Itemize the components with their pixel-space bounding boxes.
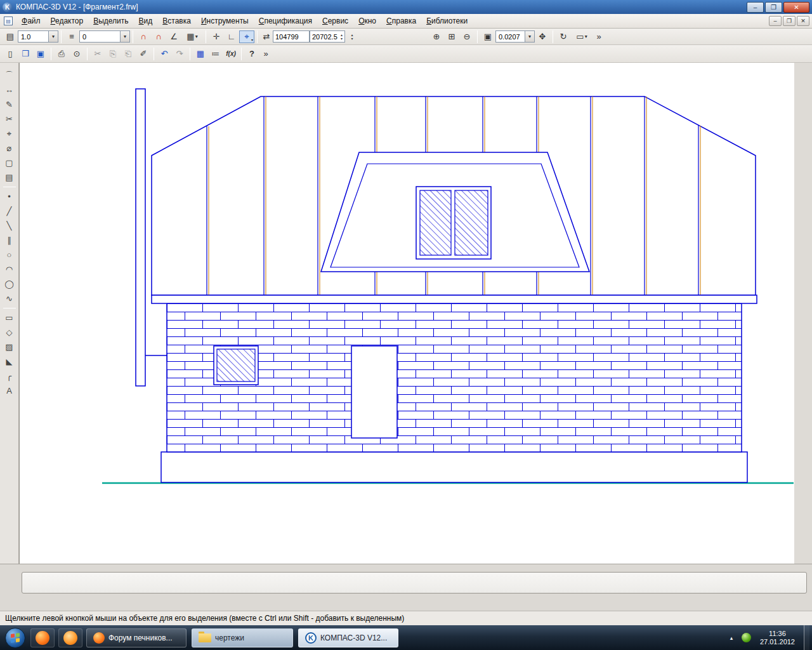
door-opening[interactable]: [351, 346, 397, 438]
tool-text-icon[interactable]: A: [2, 383, 17, 398]
mdi-minimize-button[interactable]: –: [769, 16, 782, 26]
chevron-down-icon[interactable]: ▾: [525, 31, 534, 42]
close-button[interactable]: ✕: [783, 2, 809, 13]
ortho-mode-button[interactable]: ∟: [224, 30, 239, 43]
menu-insert[interactable]: Вставка: [157, 15, 196, 27]
specification-button[interactable]: ▦: [193, 48, 208, 60]
spin-down-icon[interactable]: ▾: [341, 37, 343, 41]
tool-line-icon[interactable]: ╲: [2, 218, 17, 233]
pan-button[interactable]: ✥: [535, 30, 550, 43]
redo-button[interactable]: ↷: [172, 48, 187, 60]
eaves-fascia[interactable]: [152, 295, 757, 303]
chevron-down-icon[interactable]: ▾: [48, 31, 58, 42]
paste-button[interactable]: ⎗: [121, 48, 136, 60]
open-button[interactable]: ❒: [18, 48, 33, 60]
browser-pinned-button[interactable]: [58, 628, 82, 647]
tool-measurement-icon[interactable]: ⌀: [2, 141, 17, 156]
copy-button[interactable]: ⎘: [105, 48, 121, 60]
local-cs-button[interactable]: ✛: [209, 30, 224, 43]
tool-parallel-line-icon[interactable]: ∥: [2, 233, 17, 248]
document-properties-button[interactable]: ▤: [3, 30, 18, 43]
grid-button[interactable]: ▦▾: [181, 30, 203, 43]
taskbar-clock[interactable]: 11:36 27.01.2012: [756, 630, 799, 646]
print-button[interactable]: ⎙: [54, 48, 69, 60]
menu-editor[interactable]: Редактор: [46, 15, 89, 27]
coord-spinner[interactable]: ▴▾: [341, 33, 343, 41]
show-desktop-button[interactable]: [804, 625, 809, 650]
chevron-down-icon[interactable]: ▾: [120, 31, 129, 42]
coords-mode-button[interactable]: ⇄: [260, 30, 273, 43]
menu-view[interactable]: Вид: [134, 15, 158, 27]
tool-rectangle-icon[interactable]: ▭: [2, 310, 17, 325]
foundation[interactable]: [161, 452, 747, 482]
menu-tools[interactable]: Инструменты: [196, 15, 254, 27]
taskbar-item-forum[interactable]: Форум печников...: [86, 628, 187, 647]
copy-style-button[interactable]: ✐: [136, 48, 151, 60]
tool-editing-icon[interactable]: ✂: [2, 112, 17, 126]
tool-arc-icon[interactable]: ◠: [2, 262, 17, 277]
menu-service[interactable]: Сервис: [317, 15, 353, 27]
menu-specification[interactable]: Спецификация: [254, 15, 317, 27]
angle-snap-button[interactable]: ∠: [166, 30, 181, 43]
round-off-snap-button[interactable]: ⌖▾: [239, 30, 254, 43]
fx-button[interactable]: f(x): [223, 48, 239, 60]
snap-button[interactable]: ∩: [136, 30, 151, 43]
new-button[interactable]: ▯: [3, 48, 18, 60]
tool-parametrization-icon[interactable]: ⌖: [2, 126, 17, 141]
tool-polygon-icon[interactable]: ◇: [2, 325, 17, 340]
cut-button[interactable]: ✂: [90, 48, 105, 60]
layers-button[interactable]: ≡: [64, 30, 79, 43]
tool-geometry-icon[interactable]: ⌒: [2, 68, 17, 83]
menu-libraries[interactable]: Библиотеки: [421, 15, 473, 27]
tool-chamfer-icon[interactable]: ◣: [2, 354, 17, 369]
current-layer-combo[interactable]: 0 ▾: [79, 30, 130, 43]
taskbar-item-kompas[interactable]: K КОМПАС-3D V12...: [298, 628, 398, 647]
antivirus-tray-icon[interactable]: [742, 633, 751, 642]
current-scale-combo[interactable]: 1.0 ▾: [18, 30, 58, 43]
dormer-window[interactable]: [416, 187, 491, 259]
tool-spline-icon[interactable]: ∿: [2, 291, 17, 306]
coord-y-field[interactable]: 20702.5 ▴▾: [310, 30, 345, 43]
refresh-view-button[interactable]: ↻: [556, 30, 571, 43]
zoom-page-button[interactable]: ▣: [480, 30, 495, 43]
tray-expand-icon[interactable]: ▴: [726, 635, 737, 641]
tool-dimensions-icon[interactable]: ↔: [2, 83, 17, 97]
tool-specification-icon[interactable]: ▤: [2, 170, 17, 185]
coord-x-field[interactable]: 104799: [273, 30, 310, 43]
start-button[interactable]: [5, 628, 25, 648]
undo-button[interactable]: ↶: [157, 48, 172, 60]
zoom-out-button[interactable]: ⊖: [459, 30, 475, 43]
coords-swap-button[interactable]: ▴▾: [345, 30, 358, 43]
menu-window[interactable]: Окно: [353, 15, 381, 27]
toolbar-overflow-button[interactable]: »: [593, 30, 605, 43]
taskbar-item-drawings-folder[interactable]: чертежи: [192, 628, 293, 647]
show-all-button[interactable]: ▭▾: [571, 30, 593, 43]
house-drawing[interactable]: [20, 63, 795, 564]
tool-designations-icon[interactable]: ✎: [2, 97, 17, 112]
tool-ellipse-icon[interactable]: ◯: [2, 277, 17, 291]
mdi-restore-button[interactable]: ❐: [783, 16, 796, 26]
firefox-pinned-button[interactable]: [30, 628, 55, 647]
tool-circle-icon[interactable]: ○: [2, 248, 17, 262]
tool-fillet-icon[interactable]: ╭: [2, 369, 17, 383]
menu-select[interactable]: Выделить: [88, 15, 133, 27]
minimize-button[interactable]: –: [747, 2, 764, 13]
print-preview-button[interactable]: ⊙: [69, 48, 84, 60]
save-button[interactable]: ▣: [33, 48, 48, 60]
tool-hatch-icon[interactable]: ▨: [2, 340, 17, 354]
tool-point-icon[interactable]: •: [2, 189, 17, 204]
small-window[interactable]: [214, 346, 258, 385]
context-help-button[interactable]: ?: [244, 48, 259, 60]
menu-file[interactable]: Файл: [16, 15, 46, 27]
tool-selection-icon[interactable]: ▢: [2, 156, 17, 170]
drawing-canvas[interactable]: [19, 63, 794, 564]
zoom-scale-combo[interactable]: 0.0207 ▾: [495, 30, 535, 43]
tool-auxiliary-line-icon[interactable]: ╱: [2, 204, 17, 218]
zoom-in-button[interactable]: ⊕: [429, 30, 444, 43]
menu-help[interactable]: Справка: [381, 15, 421, 27]
toolbar-overflow-button[interactable]: »: [259, 48, 272, 60]
mdi-close-button[interactable]: ✕: [797, 16, 809, 26]
snap-settings-button[interactable]: ∩: [151, 30, 166, 43]
restore-button[interactable]: ❐: [765, 2, 782, 13]
variables-button[interactable]: ≔: [208, 48, 223, 60]
